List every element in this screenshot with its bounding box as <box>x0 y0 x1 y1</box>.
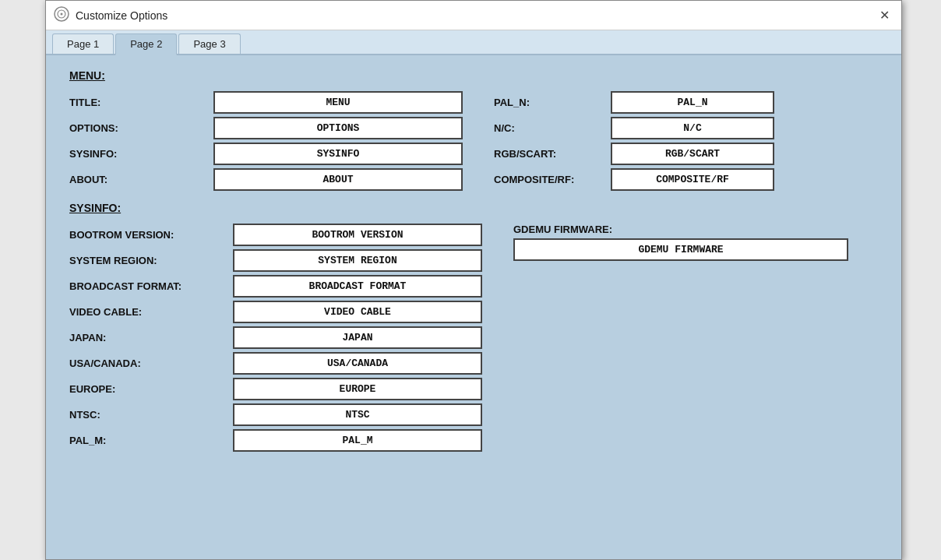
ntsc-input[interactable]: NTSC <box>233 403 482 426</box>
svg-point-1 <box>61 12 63 15</box>
palm-label: PAL_M: <box>69 435 233 446</box>
menu-rgb-label: RGB/SCART: <box>494 148 611 160</box>
europe-label: EUROPE: <box>69 383 233 395</box>
bootrom-input[interactable]: BOOTROM VERSION <box>233 224 482 246</box>
sysinfo-row-ntsc: NTSC: NTSC <box>69 403 482 426</box>
sysinfo-row-region: SYSTEM REGION: SYSTEM REGION <box>69 249 482 272</box>
menu-right-col: PAL_N: PAL_N N/C: N/C RGB/SCART: RGB/SCA… <box>494 91 878 194</box>
menu-options-input[interactable]: OPTIONS <box>213 117 463 139</box>
sysinfo-row-japan: JAPAN: JAPAN <box>69 326 482 349</box>
videocable-input[interactable]: VIDEO CABLE <box>233 301 482 323</box>
japan-input[interactable]: JAPAN <box>233 326 482 349</box>
menu-row-title: TITLE: MENU <box>69 91 463 114</box>
region-input[interactable]: SYSTEM REGION <box>233 249 482 272</box>
menu-paln-input[interactable]: PAL_N <box>611 91 774 114</box>
menu-composite-input[interactable]: COMPOSITE/RF <box>611 168 774 191</box>
dialog-title: Customize Options <box>76 9 167 22</box>
japan-label: JAPAN: <box>69 332 233 343</box>
sysinfo-section-heading: SYSINFO: <box>69 202 878 214</box>
title-bar-left: Customize Options <box>54 6 167 25</box>
sysinfo-row-videocable: VIDEO CABLE: VIDEO CABLE <box>69 301 482 323</box>
menu-row-rgb: RGB/SCART: RGB/SCART <box>494 143 878 165</box>
sysinfo-row-palm: PAL_M: PAL_M <box>69 429 482 452</box>
menu-row-sysinfo: SYSINFO: SYSINFO <box>69 143 463 165</box>
dialog-window: Customize Options ✕ Page 1 Page 2 Page 3… <box>45 0 902 560</box>
palm-input[interactable]: PAL_M <box>233 429 482 452</box>
videocable-label: VIDEO CABLE: <box>69 306 233 318</box>
sysinfo-row-broadcast: BROADCAST FORMAT: BROADCAST FORMAT <box>69 275 482 298</box>
bg-left <box>0 0 45 560</box>
broadcast-label: BROADCAST FORMAT: <box>69 280 233 292</box>
region-label: SYSTEM REGION: <box>69 255 233 266</box>
sysinfo-right-col: GDEMU FIRMWARE: GDEMU FIRMWARE <box>513 224 878 455</box>
gdemu-firmware-label: GDEMU FIRMWARE: <box>513 224 669 235</box>
menu-sysinfo-label: SYSINFO: <box>69 148 213 160</box>
menu-composite-label: COMPOSITE/RF: <box>494 174 611 185</box>
tab-page3[interactable]: Page 3 <box>178 33 240 54</box>
gdemu-firmware-input[interactable]: GDEMU FIRMWARE <box>513 238 848 261</box>
sysinfo-row-gdemu-label: GDEMU FIRMWARE: <box>513 224 878 235</box>
usacanada-label: USA/CANADA: <box>69 357 233 369</box>
content-area: MENU: TITLE: MENU OPTIONS: OPTIONS SYSIN… <box>46 55 901 559</box>
menu-nc-label: N/C: <box>494 122 611 134</box>
menu-left-col: TITLE: MENU OPTIONS: OPTIONS SYSINFO: SY… <box>69 91 463 194</box>
sysinfo-row-europe: EUROPE: EUROPE <box>69 378 482 400</box>
app-icon <box>54 6 69 25</box>
menu-options-label: OPTIONS: <box>69 122 213 134</box>
sysinfo-row-bootrom: BOOTROM VERSION: BOOTROM VERSION <box>69 224 482 246</box>
menu-row-composite: COMPOSITE/RF: COMPOSITE/RF <box>494 168 878 191</box>
menu-row-nc: N/C: N/C <box>494 117 878 139</box>
bootrom-label: BOOTROM VERSION: <box>69 229 233 241</box>
menu-about-input[interactable]: ABOUT <box>213 168 463 191</box>
menu-section-heading: MENU: <box>69 69 878 82</box>
tab-page1[interactable]: Page 1 <box>52 33 114 54</box>
sysinfo-row-usacanada: USA/CANADA: USA/CANADA <box>69 352 482 375</box>
menu-nc-input[interactable]: N/C <box>611 117 774 139</box>
tabs-bar: Page 1 Page 2 Page 3 <box>46 30 901 55</box>
usacanada-input[interactable]: USA/CANADA <box>233 352 482 375</box>
europe-input[interactable]: EUROPE <box>233 378 482 400</box>
menu-rgb-input[interactable]: RGB/SCART <box>611 143 774 165</box>
sysinfo-left-col: BOOTROM VERSION: BOOTROM VERSION SYSTEM … <box>69 224 482 455</box>
broadcast-input[interactable]: BROADCAST FORMAT <box>233 275 482 298</box>
menu-title-label: TITLE: <box>69 97 213 108</box>
bg-right <box>902 0 941 560</box>
menu-sysinfo-input[interactable]: SYSINFO <box>213 143 463 165</box>
menu-row-options: OPTIONS: OPTIONS <box>69 117 463 139</box>
sysinfo-columns: BOOTROM VERSION: BOOTROM VERSION SYSTEM … <box>69 224 878 455</box>
menu-paln-label: PAL_N: <box>494 97 611 108</box>
menu-row-about: ABOUT: ABOUT <box>69 168 463 191</box>
title-bar: Customize Options ✕ <box>46 1 901 30</box>
close-button[interactable]: ✕ <box>875 6 893 25</box>
menu-columns: TITLE: MENU OPTIONS: OPTIONS SYSINFO: SY… <box>69 91 878 194</box>
menu-about-label: ABOUT: <box>69 174 213 185</box>
ntsc-label: NTSC: <box>69 409 233 421</box>
tab-page2[interactable]: Page 2 <box>115 33 177 55</box>
menu-title-input[interactable]: MENU <box>213 91 463 114</box>
sysinfo-row-gdemu-input: GDEMU FIRMWARE <box>513 238 878 261</box>
menu-row-paln: PAL_N: PAL_N <box>494 91 878 114</box>
